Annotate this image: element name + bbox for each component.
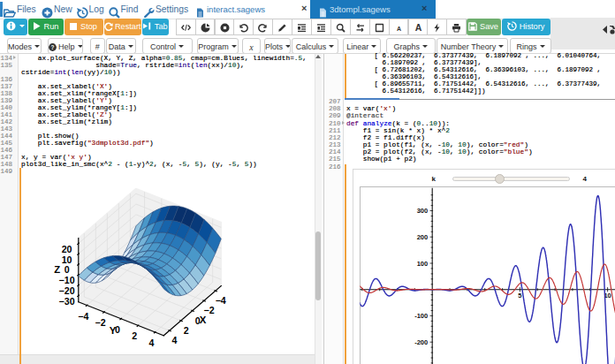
svg-text:100: 100 [417,260,429,268]
svg-text:200: 200 [417,233,429,241]
svg-text:5: 5 [518,292,521,300]
svg-text:300: 300 [417,207,429,215]
svg-text:-200: -200 [414,338,428,346]
svg-text:-100: -100 [414,312,428,320]
